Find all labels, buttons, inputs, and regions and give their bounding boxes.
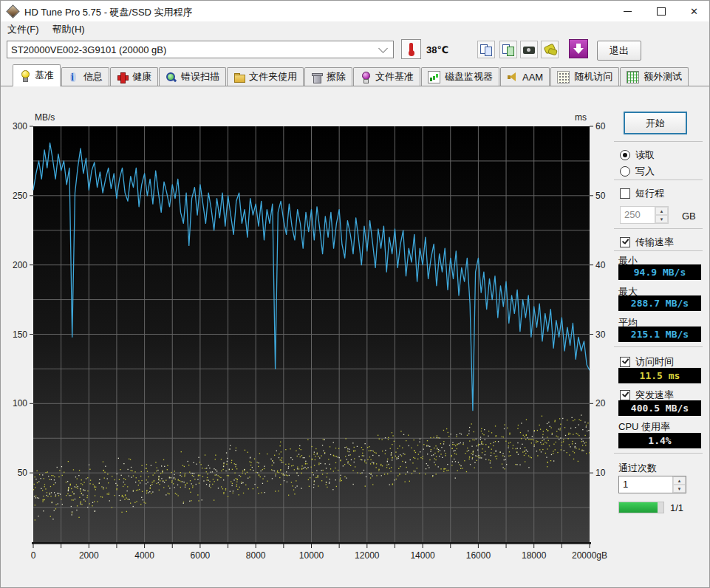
svg-text:6000: 6000 — [191, 550, 211, 561]
pass-count-label: 通过次数 — [618, 462, 657, 475]
tab-文件夹使用[interactable]: 文件夹使用 — [227, 67, 304, 86]
checkbox-icon — [620, 188, 630, 199]
burst-rate-value: 400.5 MB/s — [618, 400, 701, 416]
checkbox-checked-icon — [620, 357, 630, 367]
svg-text:50: 50 — [18, 468, 28, 478]
tab-错误扫描[interactable]: 错误扫描 — [159, 67, 226, 86]
tab-label: 磁盘监视器 — [445, 70, 493, 83]
svg-text:100: 100 — [13, 398, 27, 408]
radio-read[interactable]: 读取 — [620, 148, 655, 162]
menu-bar: 文件(F)帮助(H) — [1, 21, 710, 38]
copy-text-button[interactable] — [477, 41, 495, 58]
spinner-up-icon[interactable]: ▲ — [655, 207, 668, 215]
i-bulbp-icon — [360, 72, 371, 83]
tab-label: AAM — [522, 72, 543, 83]
drive-select-value: ST20000VE002-3G9101 (20000 gB) — [7, 44, 380, 55]
copy-image-button[interactable] — [499, 41, 517, 58]
window-title: HD Tune Pro 5.75 - 硬盘/SSD 实用程序 — [24, 6, 193, 19]
svg-text:ms: ms — [575, 112, 587, 123]
i-scan-icon — [165, 72, 177, 83]
hdtune-window: HD Tune Pro 5.75 - 硬盘/SSD 实用程序 ✕ 文件(F)帮助… — [0, 0, 710, 588]
maximize-icon — [657, 7, 666, 16]
progress-fill — [619, 502, 658, 513]
svg-text:150: 150 — [13, 329, 27, 340]
app-icon — [6, 4, 19, 18]
max-value: 288.7 MB/s — [618, 295, 701, 311]
svg-text:20000gB: 20000gB — [572, 550, 607, 561]
spinner-down-icon[interactable]: ▼ — [655, 215, 668, 223]
cpu-usage-label: CPU 使用率 — [618, 420, 670, 434]
svg-text:2000: 2000 — [79, 550, 99, 561]
transfer-rate-checkbox[interactable]: 传输速率 — [620, 236, 674, 249]
progress-label: 1/1 — [670, 502, 683, 513]
tab-AAM[interactable]: AAM — [500, 67, 550, 86]
tab-label: 健康 — [132, 70, 151, 83]
tab-擦除[interactable]: 擦除 — [304, 67, 352, 86]
maximize-button[interactable] — [644, 1, 677, 21]
i-monitor-icon — [428, 71, 440, 83]
svg-text:MB/s: MB/s — [35, 112, 55, 123]
content-area: MB/sms3002502001501005060504030201002000… — [1, 86, 710, 588]
close-icon: ✕ — [690, 6, 698, 17]
access-time-checkbox[interactable]: 访问时间 — [620, 355, 674, 369]
i-info-icon — [68, 72, 79, 83]
svg-text:14000: 14000 — [410, 550, 435, 561]
svg-text:30: 30 — [595, 329, 606, 340]
exit-button[interactable]: 退出 — [597, 41, 641, 61]
radio-read-icon — [620, 150, 630, 160]
tab-label: 擦除 — [327, 70, 346, 83]
title-bar: HD Tune Pro 5.75 - 硬盘/SSD 实用程序 ✕ — [1, 1, 710, 21]
avg-value: 215.1 MB/s — [618, 327, 701, 342]
gb-unit-label: GB — [682, 211, 696, 222]
close-button[interactable]: ✕ — [677, 1, 710, 21]
tab-磁盘监视器[interactable]: 磁盘监视器 — [421, 67, 499, 86]
tab-额外测试[interactable]: 额外测试 — [620, 67, 689, 86]
tab-bar: 基准信息健康错误扫描文件夹使用擦除文件基准磁盘监视器AAM随机访问额外测试 — [1, 66, 710, 86]
svg-text:300: 300 — [13, 121, 27, 131]
short-stroke-size-spinner[interactable]: 250 ▲▼ — [620, 206, 669, 224]
tab-label: 文件基准 — [375, 70, 414, 83]
short-stroke-checkbox[interactable]: 短行程 — [620, 187, 664, 200]
tab-label: 信息 — [83, 70, 103, 83]
save-results-button[interactable] — [569, 39, 588, 58]
tab-随机访问[interactable]: 随机访问 — [550, 67, 619, 86]
screenshot-button[interactable] — [520, 41, 538, 58]
chevron-down-icon — [378, 44, 388, 53]
i-extra-icon — [627, 71, 639, 83]
options-button[interactable] — [541, 41, 559, 58]
spinner-down-icon[interactable]: ▼ — [673, 485, 686, 493]
i-health-icon — [117, 72, 128, 83]
radio-write[interactable]: 写入 — [620, 165, 655, 178]
svg-text:12000: 12000 — [355, 550, 380, 561]
svg-text:50: 50 — [595, 191, 606, 201]
checkbox-checked-icon — [620, 237, 630, 247]
svg-text:60: 60 — [595, 121, 606, 131]
min-value: 94.9 MB/s — [618, 264, 701, 280]
svg-text:0: 0 — [31, 550, 36, 561]
drive-select[interactable]: ST20000VE002-3G9101 (20000 gB) — [7, 41, 394, 58]
i-bulb-icon — [19, 70, 30, 81]
tab-信息[interactable]: 信息 — [61, 67, 109, 86]
pass-count-spinner[interactable]: 1 ▲▼ — [618, 476, 686, 493]
start-button[interactable]: 开始 — [624, 112, 687, 134]
menu-item-help[interactable]: 帮助(H) — [46, 21, 92, 38]
svg-text:200: 200 — [13, 260, 27, 270]
tab-文件基准[interactable]: 文件基准 — [353, 67, 420, 86]
tab-健康[interactable]: 健康 — [110, 67, 158, 86]
minimize-icon — [624, 11, 632, 12]
svg-text:250: 250 — [13, 191, 27, 201]
tab-基准[interactable]: 基准 — [13, 64, 61, 86]
i-speaker-icon — [507, 72, 518, 83]
svg-text:18000: 18000 — [522, 550, 547, 561]
svg-text:20: 20 — [595, 398, 606, 408]
minimize-button[interactable] — [611, 1, 644, 21]
svg-text:10000: 10000 — [299, 550, 324, 561]
tab-label: 错误扫描 — [181, 70, 219, 83]
progress-bar — [618, 502, 664, 513]
temperature-button[interactable] — [401, 39, 421, 59]
menu-item-file[interactable]: 文件(F) — [1, 21, 46, 38]
access-time-value: 11.5 ms — [618, 368, 701, 383]
svg-text:4000: 4000 — [134, 550, 154, 561]
spinner-up-icon[interactable]: ▲ — [673, 476, 686, 485]
i-random-icon — [557, 71, 570, 83]
